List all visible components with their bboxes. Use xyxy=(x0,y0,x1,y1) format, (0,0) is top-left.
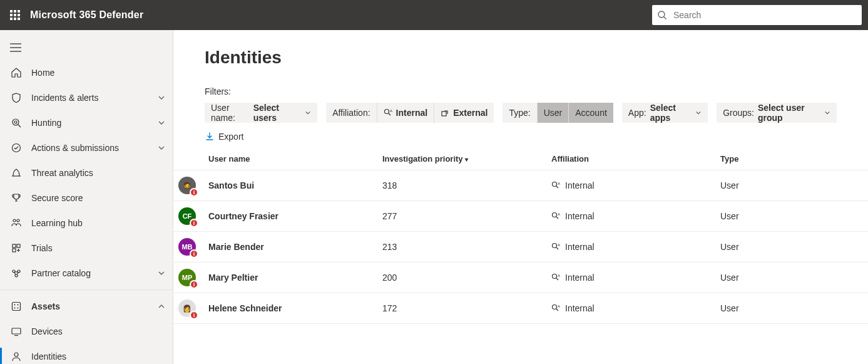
search-container xyxy=(652,0,868,30)
product-title: Microsoft 365 Defender xyxy=(30,9,143,21)
identities-icon xyxy=(10,350,23,363)
svg-point-0 xyxy=(658,11,665,18)
search-icon xyxy=(657,10,667,20)
sidebar-label: Partner catalog xyxy=(31,268,158,278)
filter-username-value: Select users xyxy=(253,103,297,123)
sidebar-item-trials[interactable]: Trials xyxy=(0,236,173,261)
filter-affiliation-external[interactable]: External xyxy=(434,103,494,123)
affiliation-cell: A Internal xyxy=(551,273,710,283)
sidebar-label: Threat analytics xyxy=(31,168,165,178)
table-row[interactable]: 👩 i Helene Schneider 172 A Internal User xyxy=(173,293,868,324)
avatar: 👩 i xyxy=(178,299,196,317)
internal-icon: A xyxy=(551,212,560,221)
internal-icon: A xyxy=(551,242,560,251)
type-cell: User xyxy=(715,201,868,232)
svg-text:A: A xyxy=(390,109,392,113)
svg-line-37 xyxy=(556,217,558,219)
col-affiliation[interactable]: Affiliation xyxy=(546,148,715,170)
priority-cell: 277 xyxy=(377,201,546,232)
col-type[interactable]: Type xyxy=(715,148,868,170)
table-toolbar: Export xyxy=(173,123,868,148)
col-user[interactable]: User name xyxy=(208,148,377,170)
user-name: Mary Peltier xyxy=(208,273,258,283)
svg-line-19 xyxy=(14,273,16,275)
chevron-down-icon xyxy=(305,110,311,116)
sidebar-label: Trials xyxy=(31,243,165,253)
home-icon xyxy=(10,66,23,79)
avatar: CF i xyxy=(178,207,196,225)
svg-text:A: A xyxy=(558,182,560,185)
svg-point-23 xyxy=(18,304,19,306)
svg-point-11 xyxy=(17,219,19,222)
search-box[interactable] xyxy=(652,5,862,25)
table-row[interactable]: MB i Marie Bender 213 A Internal User xyxy=(173,232,868,263)
export-button[interactable]: Export xyxy=(205,132,243,142)
chevron-down-icon xyxy=(695,110,702,116)
export-label: Export xyxy=(218,132,243,142)
nav-divider xyxy=(0,289,173,290)
filter-app-value: Select apps xyxy=(650,103,688,123)
sidebar-item-devices[interactable]: Devices xyxy=(0,319,173,344)
sidebar-item-threat[interactable]: Threat analytics xyxy=(0,160,173,185)
svg-point-16 xyxy=(18,270,20,273)
filter-groups-prefix: Groups: xyxy=(723,108,754,118)
filter-username-prefix: User name: xyxy=(211,103,250,123)
svg-line-43 xyxy=(556,278,558,280)
filter-username[interactable]: User name: Select users xyxy=(205,103,317,123)
page-title: Identities xyxy=(173,48,868,68)
filter-groups[interactable]: Groups: Select user group xyxy=(717,103,837,123)
sidebar-item-identities[interactable]: Identities xyxy=(0,344,173,364)
avatar: 🧔 i xyxy=(178,177,196,194)
svg-rect-13 xyxy=(17,244,20,247)
nav-collapse-toggle[interactable] xyxy=(0,35,173,60)
external-icon xyxy=(441,108,449,117)
svg-point-22 xyxy=(14,304,16,306)
table-row[interactable]: 🧔 i Santos Bui 318 A Internal User xyxy=(173,170,868,201)
table-row[interactable]: MP i Mary Peltier 200 A Internal User xyxy=(173,263,868,293)
sidebar-item-partner[interactable]: Partner catalog xyxy=(0,261,173,286)
priority-cell: 213 xyxy=(377,232,546,263)
svg-rect-32 xyxy=(442,112,446,116)
global-header: Microsoft 365 Defender xyxy=(0,0,868,30)
sidebar-item-hunting[interactable]: Hunting xyxy=(0,110,173,135)
svg-text:A: A xyxy=(558,274,560,278)
trophy-icon xyxy=(10,192,23,204)
identities-table: User name Investigation priority ▾ Affil… xyxy=(173,148,868,324)
internal-icon: A xyxy=(551,273,560,282)
sidebar-item-actions[interactable]: Actions & submissions xyxy=(0,135,173,160)
affiliation-cell: A Internal xyxy=(551,211,710,221)
filter-type-account[interactable]: Account xyxy=(568,103,613,123)
filter-affiliation-label: Affiliation: xyxy=(326,103,376,123)
col-priority[interactable]: Investigation priority ▾ xyxy=(377,148,546,170)
sidebar-label: Devices xyxy=(31,326,165,336)
sidebar-label: Assets xyxy=(31,301,158,311)
filter-app[interactable]: App: Select apps xyxy=(622,103,708,123)
svg-text:A: A xyxy=(558,243,560,247)
svg-text:A: A xyxy=(558,212,560,216)
filters-label: Filters: xyxy=(173,86,837,96)
table-header-row: User name Investigation priority ▾ Affil… xyxy=(173,148,868,170)
type-cell: User xyxy=(715,232,868,263)
sidebar-item-assets[interactable]: Assets xyxy=(0,294,173,319)
svg-point-10 xyxy=(13,219,16,222)
search-input[interactable] xyxy=(672,9,857,21)
sidebar-item-secure-score[interactable]: Secure score xyxy=(0,185,173,211)
app-launcher-icon[interactable] xyxy=(0,0,30,30)
sidebar-item-home[interactable]: Home xyxy=(0,60,173,85)
filter-affiliation-internal[interactable]: A Internal xyxy=(377,103,434,123)
learning-icon xyxy=(10,217,23,229)
svg-line-30 xyxy=(389,113,391,115)
filter-type: Type: User Account xyxy=(503,103,613,123)
sidebar-item-incidents[interactable]: Incidents & alerts xyxy=(0,85,173,110)
filter-type-user[interactable]: User xyxy=(537,103,569,123)
table-row[interactable]: CF i Courtney Frasier 277 A Internal Use… xyxy=(173,201,868,232)
sidebar-label: Hunting xyxy=(31,118,158,128)
sidebar-item-learning[interactable]: Learning hub xyxy=(0,211,173,236)
svg-point-24 xyxy=(14,308,16,309)
chevron-down-icon xyxy=(158,269,165,277)
priority-cell: 172 xyxy=(377,293,546,324)
sidebar-label: Identities xyxy=(31,351,165,361)
svg-text:A: A xyxy=(558,304,560,308)
svg-line-20 xyxy=(17,273,18,275)
user-name: Courtney Frasier xyxy=(208,211,278,221)
